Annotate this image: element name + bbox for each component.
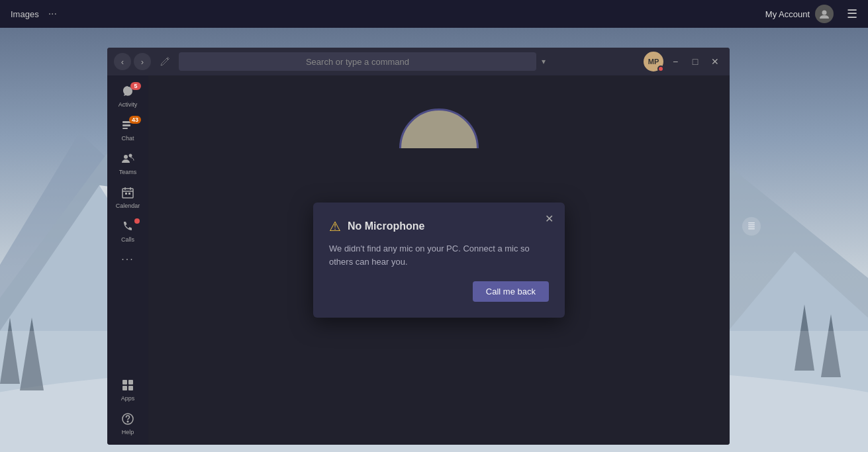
calls-badge-dot (134, 218, 140, 224)
warning-icon: ⚠ (329, 218, 341, 234)
forward-button[interactable]: › (134, 53, 151, 70)
svg-rect-25 (128, 193, 130, 195)
tab-more-button[interactable]: ··· (48, 8, 57, 20)
svg-rect-26 (122, 380, 127, 384)
apps-icon (121, 379, 134, 394)
teams-label: Teams (119, 169, 137, 175)
svg-rect-34 (748, 226, 755, 228)
teams-body: Activity 5 Chat 43 (107, 75, 730, 445)
dialog-actions: Call me back (329, 281, 549, 302)
browser-right: My Account ☰ (765, 5, 857, 23)
dialog-overlay: ✕ ⚠ No Microphone We didn't find any mic… (148, 75, 730, 445)
apps-label: Apps (121, 395, 135, 402)
sidebar-item-apps[interactable]: Apps (112, 375, 144, 406)
svg-rect-24 (125, 193, 127, 195)
browser-bar: Images ··· My Account ☰ (0, 0, 868, 28)
svg-rect-28 (122, 386, 127, 390)
activity-badge: 5 (130, 82, 141, 90)
dialog-header: ⚠ No Microphone (329, 218, 549, 234)
sidebar-item-calls[interactable]: Calls (112, 216, 144, 247)
svg-rect-35 (748, 228, 755, 230)
profile-initials: MP (648, 58, 659, 66)
compose-button[interactable] (156, 53, 173, 70)
sidebar-item-activity[interactable]: Activity 5 (112, 81, 144, 112)
minimize-button[interactable]: − (667, 54, 683, 69)
calendar-icon (121, 186, 134, 201)
hamburger-menu-button[interactable]: ☰ (847, 7, 857, 21)
back-button[interactable]: ‹ (114, 53, 131, 70)
profile-badge[interactable]: MP (644, 52, 663, 71)
dialog-title: No Microphone (348, 220, 424, 232)
sidebar-item-calendar[interactable]: Calendar (112, 182, 144, 213)
dialog-close-button[interactable]: ✕ (541, 210, 557, 226)
svg-rect-20 (122, 189, 133, 198)
nav-buttons: ‹ › (114, 53, 151, 70)
titlebar-right: MP − □ ✕ (644, 52, 723, 71)
search-input[interactable] (179, 52, 536, 71)
calls-icon (121, 220, 134, 235)
teams-icon (121, 152, 134, 167)
sidebar-item-help[interactable]: Help (112, 408, 144, 439)
svg-point-18 (124, 155, 128, 159)
calendar-label: Calendar (116, 203, 140, 209)
browser-tab[interactable]: Images ··· (11, 8, 57, 20)
svg-rect-33 (748, 224, 755, 226)
teams-main-content: ✕ ⚠ No Microphone We didn't find any mic… (148, 75, 730, 445)
dialog-message: We didn't find any mic on your PC. Conne… (329, 242, 549, 268)
svg-rect-17 (122, 128, 128, 129)
teams-window: ‹ › ▾ MP − □ ✕ (107, 48, 730, 445)
svg-rect-29 (128, 386, 133, 390)
chat-label: Chat (121, 135, 134, 142)
search-dropdown[interactable]: ▾ (542, 57, 546, 66)
my-account-label: My Account (765, 9, 810, 19)
svg-point-31 (127, 421, 128, 422)
teams-sidebar: Activity 5 Chat 43 (107, 75, 148, 445)
tab-label: Images (11, 9, 39, 19)
scroll-indicator (742, 217, 761, 236)
calls-label: Calls (121, 236, 134, 243)
sidebar-item-more[interactable]: ··· (112, 249, 144, 269)
svg-rect-32 (748, 222, 755, 224)
svg-rect-16 (122, 124, 130, 126)
help-label: Help (122, 429, 134, 435)
more-icon: ··· (121, 253, 134, 265)
account-avatar (815, 5, 834, 23)
activity-label: Activity (119, 101, 138, 108)
teams-titlebar: ‹ › ▾ MP − □ ✕ (107, 48, 730, 75)
sidebar-item-chat[interactable]: Chat 43 (112, 114, 144, 146)
maximize-button[interactable]: □ (687, 54, 703, 69)
sidebar-item-teams[interactable]: Teams (112, 148, 144, 179)
svg-point-14 (822, 11, 827, 15)
no-microphone-dialog: ✕ ⚠ No Microphone We didn't find any mic… (313, 203, 565, 318)
svg-point-19 (129, 154, 132, 158)
close-button[interactable]: ✕ (707, 54, 723, 69)
call-back-button[interactable]: Call me back (473, 281, 549, 302)
my-account-button[interactable]: My Account (765, 5, 834, 23)
svg-rect-27 (128, 380, 133, 384)
status-indicator (657, 66, 664, 72)
help-icon (121, 412, 134, 428)
chat-badge: 43 (129, 116, 141, 124)
scroll-indicator-area (742, 217, 761, 236)
